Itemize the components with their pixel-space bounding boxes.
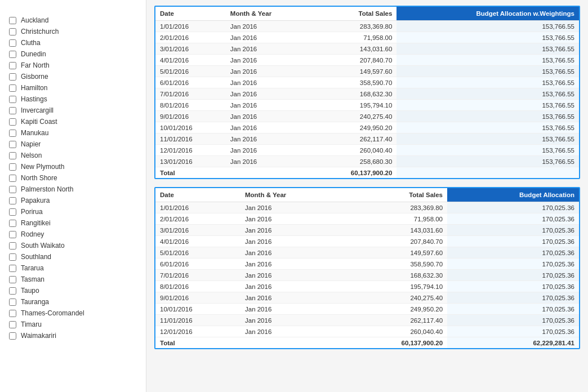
table-row: 7/01/2016 Jan 2016 168,632.30 153,766.55: [155, 88, 579, 100]
cell-date: 9/01/2016: [155, 111, 226, 122]
cell-total-sales: 143,031.60: [344, 225, 447, 236]
city-item[interactable]: Tararua: [0, 262, 146, 274]
city-checkbox[interactable]: [9, 287, 16, 295]
table-row: 13/01/2016 Jan 2016 258,680.30 153,766.5…: [155, 156, 579, 167]
city-label: Auckland: [21, 16, 48, 24]
city-item[interactable]: Hamilton: [0, 82, 146, 93]
city-item[interactable]: Tasman: [0, 274, 146, 285]
city-checkbox[interactable]: [9, 39, 16, 47]
cell-date: 8/01/2016: [155, 281, 240, 292]
city-item[interactable]: Invercargill: [0, 105, 146, 116]
cell-budget: 170,025.36: [447, 270, 579, 281]
cell-month-year: Jan 2016: [226, 77, 311, 88]
city-checkbox[interactable]: [9, 332, 16, 340]
city-item[interactable]: South Waikato: [0, 240, 146, 251]
city-checkbox[interactable]: [9, 242, 16, 250]
city-item[interactable]: Manukau: [0, 127, 146, 139]
city-checkbox[interactable]: [9, 186, 16, 193]
city-item[interactable]: Taupo: [0, 285, 146, 296]
cell-month-year: Jan 2016: [226, 156, 311, 167]
city-checkbox[interactable]: [9, 28, 16, 35]
city-item[interactable]: Hastings: [0, 93, 146, 105]
cell-budget-weightings: 153,766.55: [397, 21, 579, 32]
table-row: 8/01/2016 Jan 2016 195,794.10 153,766.55: [155, 100, 579, 111]
cell-month-year: Jan 2016: [240, 315, 344, 326]
table-row: 5/01/2016 Jan 2016 149,597.60 170,025.36: [155, 247, 579, 259]
city-checkbox[interactable]: [9, 141, 16, 148]
city-checkbox[interactable]: [9, 73, 16, 81]
city-item[interactable]: Thames-Coromandel: [0, 308, 146, 319]
cell-total-sales: 258,680.30: [311, 156, 397, 167]
cell-budget: 170,025.36: [447, 315, 579, 326]
city-item[interactable]: Clutha: [0, 37, 146, 48]
city-label: Hamilton: [21, 84, 47, 92]
city-checkbox[interactable]: [9, 175, 16, 182]
city-item[interactable]: Tauranga: [0, 296, 146, 308]
table2-wrapper: Date Month & Year Total Sales Budget All…: [154, 187, 580, 349]
city-item[interactable]: North Shore: [0, 172, 146, 184]
city-item[interactable]: Kapiti Coast: [0, 116, 146, 127]
cell-date: 11/01/2016: [155, 133, 226, 145]
city-checkbox[interactable]: [9, 17, 16, 24]
city-item[interactable]: Auckland: [0, 15, 146, 26]
table-row: 4/01/2016 Jan 2016 207,840.70 170,025.36: [155, 236, 579, 247]
city-item[interactable]: Far North: [0, 60, 146, 71]
city-checkbox[interactable]: [9, 276, 16, 283]
city-item[interactable]: Porirua: [0, 206, 146, 217]
city-checkbox[interactable]: [9, 220, 16, 227]
city-item[interactable]: Timaru: [0, 319, 146, 330]
city-label: New Plymouth: [21, 163, 64, 171]
city-checkbox[interactable]: [9, 231, 16, 238]
city-checkbox[interactable]: [9, 253, 16, 261]
city-checkbox[interactable]: [9, 299, 16, 306]
city-item[interactable]: Rangitikei: [0, 217, 146, 229]
city-checkbox[interactable]: [9, 208, 16, 216]
cell-date: 12/01/2016: [155, 145, 226, 156]
city-checkbox[interactable]: [9, 265, 16, 272]
cell-budget-weightings: 153,766.55: [397, 100, 579, 111]
city-checkbox[interactable]: [9, 197, 16, 204]
city-item[interactable]: Gisborne: [0, 71, 146, 82]
city-checkbox[interactable]: [9, 51, 16, 58]
table1-body: 1/01/2016 Jan 2016 283,369.80 153,766.55…: [155, 21, 579, 179]
cell-budget-weightings: 153,766.55: [397, 43, 579, 55]
total-label: Total: [155, 167, 226, 179]
city-item[interactable]: Rodney: [0, 229, 146, 240]
city-item[interactable]: Papakura: [0, 195, 146, 206]
total-weightings-value: [397, 167, 579, 179]
city-item[interactable]: Palmerston North: [0, 184, 146, 195]
cell-date: 6/01/2016: [155, 77, 226, 88]
cell-month-year: Jan 2016: [226, 88, 311, 100]
city-checkbox[interactable]: [9, 130, 16, 137]
table1-col-total-sales: Total Sales: [311, 7, 397, 21]
city-item[interactable]: Napier: [0, 139, 146, 150]
city-checkbox[interactable]: [9, 84, 16, 92]
city-label: Porirua: [21, 208, 43, 216]
city-checkbox[interactable]: [9, 310, 16, 317]
cell-total-sales: 249,950.20: [344, 304, 447, 315]
cell-total-sales: 358,590.70: [311, 77, 397, 88]
table-row: 11/01/2016 Jan 2016 262,117.40 153,766.5…: [155, 133, 579, 145]
city-checkbox[interactable]: [9, 107, 16, 114]
cell-date: 7/01/2016: [155, 270, 240, 281]
city-checkbox[interactable]: [9, 163, 16, 171]
city-checkbox[interactable]: [9, 118, 16, 126]
city-checkbox[interactable]: [9, 321, 16, 328]
city-checkbox[interactable]: [9, 62, 16, 69]
city-checkbox[interactable]: [9, 152, 16, 159]
cell-budget-weightings: 153,766.55: [397, 55, 579, 66]
city-label: Palmerston North: [21, 185, 73, 193]
table-row: 1/01/2016 Jan 2016 283,369.80 170,025.36: [155, 202, 579, 213]
city-item[interactable]: Christchurch: [0, 26, 146, 37]
city-item[interactable]: Dunedin: [0, 48, 146, 60]
city-item[interactable]: Southland: [0, 251, 146, 262]
cell-budget: 170,025.36: [447, 259, 579, 270]
table1-panel: Date Month & Year Total Sales Budget All…: [154, 6, 580, 179]
cell-budget-weightings: 153,766.55: [397, 156, 579, 167]
city-item[interactable]: Waimakariri: [0, 330, 146, 341]
city-item[interactable]: Nelson: [0, 150, 146, 161]
city-checkbox[interactable]: [9, 96, 16, 103]
city-item[interactable]: New Plymouth: [0, 161, 146, 172]
cell-month-year: Jan 2016: [240, 326, 344, 337]
city-label: Far North: [21, 61, 50, 69]
